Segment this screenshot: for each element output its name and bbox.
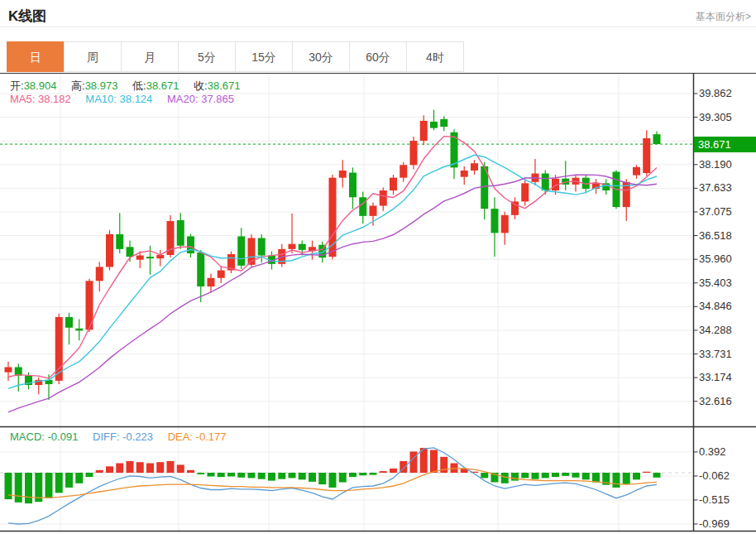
ohlc-legend: 开:38.904 高:38.973 低:38.671 收:38.671: [10, 79, 240, 94]
ma5-value: 38.182: [38, 93, 71, 105]
main-ytick: 38.190: [699, 158, 732, 171]
main-ytick: 34.846: [699, 300, 732, 312]
ma-legend: MA5: 38.182 MA10: 38.124 MA20: 37.865: [10, 93, 234, 105]
main-ytick: 33.731: [699, 348, 732, 360]
ma10-label: MA10:: [85, 93, 117, 105]
dea-value: -0.177: [196, 431, 227, 443]
ma20-value: 37.865: [201, 93, 234, 105]
macd-legend: MACD: -0.091 DIFF: -0.223 DEA: -0.177: [10, 431, 226, 443]
diff-label: DIFF:: [93, 431, 120, 443]
main-ytick: 35.403: [699, 277, 732, 289]
macd-ytick: -0.062: [699, 469, 730, 482]
current-price-tag: 38.671: [694, 137, 756, 152]
main-ytick: 37.633: [699, 181, 732, 194]
high-value: 38.973: [85, 79, 118, 92]
main-ytick: 39.305: [699, 111, 732, 123]
high-label: 高:: [71, 79, 85, 92]
diff-value: -0.223: [122, 431, 153, 443]
ma20-label: MA20:: [167, 93, 199, 105]
close-label: 收:: [194, 79, 208, 92]
low-label: 低:: [132, 79, 146, 92]
macd-value: -0.091: [48, 431, 79, 443]
main-ytick: 37.075: [699, 205, 732, 218]
main-ytick: 36.518: [699, 229, 732, 242]
ma5-label: MA5:: [10, 93, 35, 105]
open-value: 38.904: [24, 79, 57, 92]
kline-panel: K线图 基本面分析> 日周月5分15分30分60分4时 开:38.904 高:3…: [0, 0, 756, 534]
ma10-value: 38.124: [120, 93, 153, 105]
open-label: 开:: [10, 79, 24, 92]
main-ytick: 35.960: [699, 253, 732, 265]
macd-ytick: -0.515: [699, 493, 730, 506]
main-ytick: 33.174: [699, 371, 732, 383]
main-ytick: 39.862: [699, 87, 732, 99]
main-ytick: 32.616: [699, 395, 732, 407]
low-value: 38.671: [146, 79, 179, 92]
main-ytick: 34.288: [699, 324, 732, 336]
close-value: 38.671: [208, 79, 241, 92]
dea-label: DEA:: [168, 431, 193, 443]
macd-ytick: -0.969: [699, 517, 730, 530]
macd-ytick: 0.392: [699, 445, 726, 458]
macd-label: MACD:: [10, 431, 45, 443]
